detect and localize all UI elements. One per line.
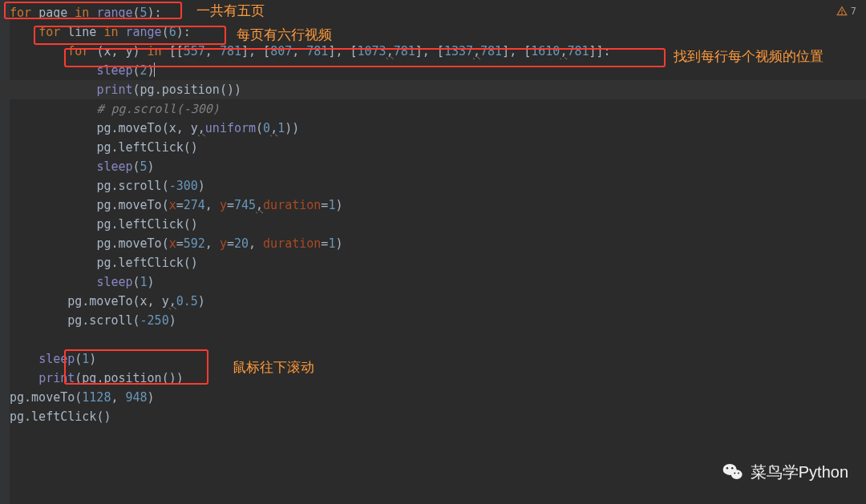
warnings-indicator[interactable]: 7 — [836, 2, 856, 21]
wechat-icon — [722, 461, 744, 483]
annotation-text-2: 每页有六行视频 — [237, 26, 332, 44]
svg-point-1 — [841, 14, 842, 14]
warning-count: 7 — [851, 2, 856, 21]
code-content[interactable]: for page in range(5): for line in range(… — [10, 3, 866, 426]
svg-point-4 — [726, 467, 727, 469]
svg-point-6 — [734, 473, 735, 474]
watermark: 菜鸟学Python — [722, 461, 848, 483]
annotation-text-3: 找到每行每个视频的位置 — [674, 48, 824, 66]
watermark-text: 菜鸟学Python — [751, 462, 848, 482]
svg-point-5 — [731, 467, 733, 469]
editor-gutter — [0, 0, 10, 504]
warning-icon — [836, 6, 848, 17]
annotation-text-4: 鼠标往下滚动 — [233, 359, 314, 377]
annotation-text-1: 一共有五页 — [196, 2, 265, 20]
svg-point-7 — [738, 473, 739, 474]
svg-point-3 — [730, 470, 742, 479]
